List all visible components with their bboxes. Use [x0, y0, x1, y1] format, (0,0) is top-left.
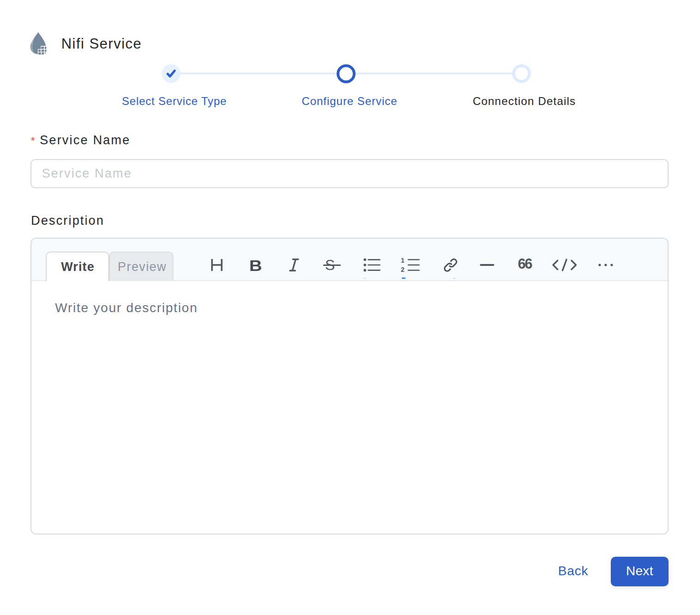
svg-text:2: 2 — [401, 266, 405, 273]
svg-text:1: 1 — [401, 257, 405, 264]
